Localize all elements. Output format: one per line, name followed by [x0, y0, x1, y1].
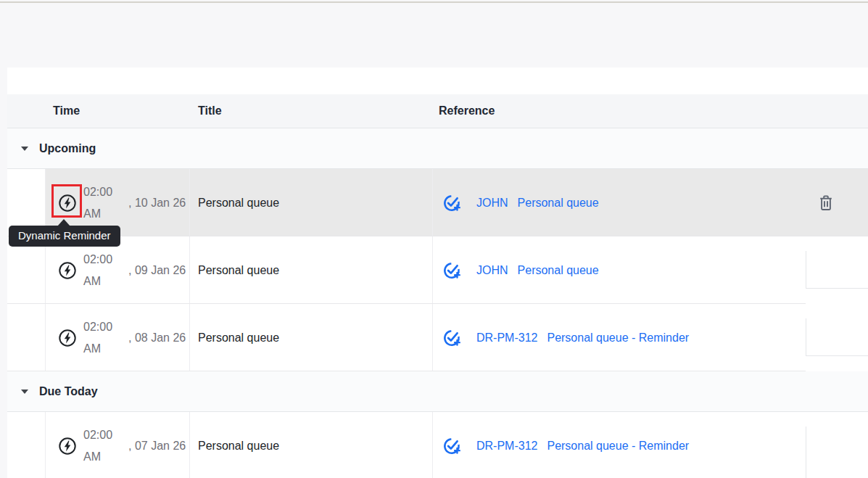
row-title: Personal queue — [190, 304, 433, 371]
row-time: 02:00 AM — [83, 424, 125, 468]
row-actions-cell — [806, 169, 868, 236]
row-reference-cell: DR-PM-312 Personal queue - Reminder — [433, 304, 806, 371]
dynamic-reminder-icon[interactable] — [58, 194, 77, 213]
row-actions-cell — [806, 236, 868, 304]
reference-title-link[interactable]: Personal queue — [518, 264, 599, 277]
section-header[interactable]: Upcoming — [7, 128, 868, 169]
row-date: , 09 Jan 26 — [128, 260, 186, 281]
task-add-icon — [442, 193, 462, 213]
reference-title-link[interactable]: Personal queue — [518, 197, 599, 210]
section-label: Due Today — [39, 385, 98, 398]
actions-hover-box — [806, 251, 868, 289]
row-time: 02:00 AM — [83, 181, 125, 225]
row-date: , 10 Jan 26 — [128, 192, 186, 214]
reference-key-link[interactable]: JOHN — [476, 197, 508, 210]
trash-icon[interactable] — [818, 194, 834, 212]
column-header-reference: Reference — [433, 104, 806, 118]
row-reference-cell: JOHN Personal queue — [433, 169, 806, 236]
section-header[interactable]: Due Today — [7, 371, 868, 412]
task-add-icon — [442, 328, 462, 347]
actions-hover-box — [806, 318, 868, 356]
task-add-icon — [442, 436, 462, 456]
actions-hover-box — [806, 427, 868, 478]
row-time: 02:00 AM — [83, 249, 125, 292]
task-add-icon — [442, 260, 462, 280]
column-header-time: Time — [46, 104, 190, 118]
reference-title-link[interactable]: Personal queue - Reminder — [547, 440, 689, 453]
dynamic-reminder-icon[interactable] — [58, 261, 77, 280]
table-row[interactable]: 02:00 AM , 07 Jan 26 Personal queue DR-P… — [7, 412, 868, 478]
row-date: , 07 Jan 26 — [128, 435, 186, 457]
row-time-cell: 02:00 AM , 08 Jan 26 — [46, 304, 190, 371]
row-date: , 08 Jan 26 — [128, 327, 186, 349]
dynamic-reminder-icon[interactable] — [58, 437, 77, 456]
row-time: 02:00 AM — [83, 316, 125, 360]
row-title: Personal queue — [190, 412, 433, 478]
column-header-title: Title — [190, 104, 433, 118]
section-label: Upcoming — [39, 142, 96, 155]
table-row[interactable]: 02:00 AM , 09 Jan 26 Personal queue JOHN… — [7, 236, 868, 304]
row-actions-cell — [806, 304, 868, 371]
reference-key-link[interactable]: DR-PM-312 — [476, 440, 537, 453]
reminders-panel: Time Title Reference Upcoming 02:00 AM ,… — [7, 67, 868, 478]
table-row[interactable]: 02:00 AM , 08 Jan 26 Personal queue DR-P… — [7, 304, 868, 371]
caret-down-icon[interactable] — [21, 147, 28, 151]
row-reference-cell: JOHN Personal queue — [433, 236, 806, 304]
dynamic-reminder-icon[interactable] — [58, 329, 77, 347]
reference-key-link[interactable]: JOHN — [476, 264, 508, 277]
row-time-cell: 02:00 AM , 07 Jan 26 — [46, 412, 190, 478]
dynamic-reminder-tooltip: Dynamic Reminder — [9, 226, 120, 247]
caret-down-icon[interactable] — [21, 390, 28, 394]
toolbar-band — [7, 67, 868, 94]
table-body: Upcoming 02:00 AM , 10 Jan 26 Personal q… — [7, 128, 868, 478]
row-title: Personal queue — [190, 236, 433, 304]
row-reference-cell: DR-PM-312 Personal queue - Reminder — [433, 412, 806, 478]
row-title: Personal queue — [190, 169, 433, 236]
reference-key-link[interactable]: DR-PM-312 — [476, 331, 537, 345]
row-gutter — [7, 412, 46, 478]
table-header-row: Time Title Reference — [7, 94, 868, 128]
table-row[interactable]: 02:00 AM , 10 Jan 26 Personal queue JOHN… — [7, 169, 868, 236]
reference-title-link[interactable]: Personal queue - Reminder — [547, 331, 689, 345]
row-gutter — [7, 304, 46, 371]
row-actions-cell — [806, 412, 868, 478]
top-divider-line — [0, 1, 868, 3]
